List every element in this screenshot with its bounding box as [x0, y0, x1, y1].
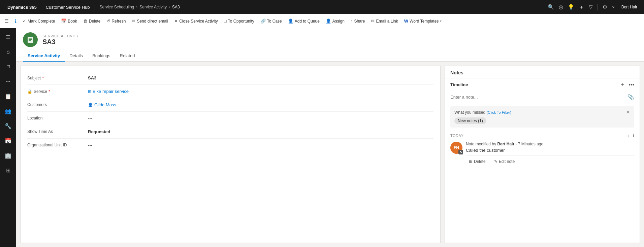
field-service: 🔒 Service * ⊞ Bike repair service: [27, 85, 433, 98]
timeline-note-text: Called the customer: [466, 148, 634, 153]
badge-symbol: ✎: [460, 151, 462, 154]
lightbulb-icon[interactable]: 💡: [568, 4, 574, 10]
svg-rect-3: [29, 40, 31, 41]
mark-complete-button[interactable]: ✓ Mark Complete: [20, 16, 58, 26]
note-input-field[interactable]: [450, 95, 627, 100]
send-direct-email-button[interactable]: ✉ Send direct email: [129, 16, 171, 26]
gear-icon[interactable]: ⚙: [603, 4, 607, 10]
sidebar-item-hierarchy[interactable]: 🏢: [1, 149, 15, 162]
refresh-label: Refresh: [111, 19, 126, 24]
sidebar-item-recent[interactable]: ⏱: [1, 60, 15, 73]
sidebar-item-more[interactable]: •••: [1, 75, 15, 88]
show-time-as-value[interactable]: Requested: [88, 129, 433, 134]
what-you-missed-section: What you missed (Click To Filter) ✕ New …: [450, 106, 634, 128]
help-icon[interactable]: ?: [612, 4, 614, 10]
avatar-badge: ✎: [458, 150, 463, 154]
tab-related[interactable]: Related: [115, 50, 140, 62]
content-area: Subject * SA3 🔒 Service * ⊞: [16, 62, 644, 247]
app-name[interactable]: Customer Service Hub: [41, 5, 95, 10]
author-name: Bert Hair: [497, 142, 514, 146]
email-a-link-button[interactable]: ✉ Email a Link: [368, 16, 400, 26]
timeline-avatar: FN ✎: [450, 142, 462, 154]
to-case-button[interactable]: 🔗 To Case: [258, 16, 285, 26]
delete-icon: 🗑: [83, 19, 88, 24]
sidebar-item-reports[interactable]: 📋: [1, 90, 15, 103]
field-show-time-as: Show Time As Requested: [27, 125, 433, 139]
svg-rect-2: [29, 39, 32, 40]
location-value[interactable]: ---: [88, 115, 433, 121]
location-label-text: Location: [27, 116, 42, 120]
plus-icon[interactable]: ＋: [579, 4, 584, 10]
subject-value[interactable]: SA3: [88, 75, 433, 80]
missed-header: What you missed (Click To Filter) ✕: [454, 109, 630, 115]
add-to-queue-button[interactable]: 👤 Add to Queue: [285, 16, 322, 26]
tab-service-activity[interactable]: Service Activity: [23, 50, 65, 62]
add-timeline-item-icon[interactable]: ＋: [620, 81, 625, 88]
service-link[interactable]: ⊞ Bike repair service: [88, 89, 433, 94]
info-icon[interactable]: ℹ: [633, 133, 635, 138]
target-icon[interactable]: ◎: [559, 4, 563, 10]
sidebar-item-contacts[interactable]: 👥: [1, 104, 15, 118]
book-button[interactable]: 📅 Book: [58, 16, 79, 26]
assign-button[interactable]: 👤 Assign: [323, 16, 347, 26]
to-opportunity-label: To Opportunity: [228, 19, 254, 24]
attach-icon[interactable]: 📎: [627, 94, 634, 100]
app-body: ☰ ⌂ ⏱ ••• 📋 👥 🔧 📅 🏢 ⊞: [0, 28, 644, 247]
refresh-icon: ↺: [106, 19, 110, 24]
new-notes-badge[interactable]: New notes (1): [454, 117, 486, 124]
missed-filter-link[interactable]: (Click To Filter): [487, 110, 511, 114]
timeline-date-label: TODAY ↓ ℹ: [450, 133, 634, 138]
info-btn[interactable]: ℹ: [12, 16, 19, 26]
tab-bookings[interactable]: Bookings: [88, 50, 115, 62]
main-content: Service Activity SA3 Service Activity De…: [16, 28, 644, 247]
sidebar-item-home[interactable]: ⌂: [1, 45, 15, 59]
timeline-content: TODAY ↓ ℹ FN ✎: [445, 130, 640, 243]
delete-entry-label: Delete: [474, 159, 486, 164]
sidebar-item-tools[interactable]: 🔧: [1, 119, 15, 133]
timeline-more-icon[interactable]: •••: [629, 82, 634, 88]
book-icon: 📅: [61, 19, 66, 24]
search-icon[interactable]: 🔍: [548, 4, 554, 10]
case-icon: 🔗: [260, 19, 266, 24]
filter-icon[interactable]: ▽: [589, 4, 593, 10]
tab-details[interactable]: Details: [65, 50, 88, 62]
word-templates-button[interactable]: W Word Templates ▾: [401, 16, 445, 26]
breadcrumb-sep-1: ›: [136, 5, 137, 9]
entity-type-label: Service Activity: [42, 34, 79, 38]
download-icon[interactable]: ↓: [627, 133, 630, 138]
dynamics-brand[interactable]: Dynamics 365: [3, 5, 41, 10]
delete-entry-button[interactable]: 🗑 Delete: [466, 158, 488, 165]
meta-text: Note modified by: [466, 142, 496, 146]
close-icon: ✕: [174, 19, 178, 24]
lock-icon: 🔒: [27, 89, 32, 94]
customers-link[interactable]: 👤 Gilda Moss: [88, 102, 433, 107]
share-button[interactable]: ↑ Share: [348, 16, 368, 26]
close-service-activity-button[interactable]: ✕ Close Service Activity: [171, 16, 221, 26]
notes-title: Notes: [450, 70, 463, 75]
breadcrumb-service-activity[interactable]: Service Activity: [139, 5, 167, 9]
top-navigation: Dynamics 365 Customer Service Hub Servic…: [0, 0, 644, 14]
edit-note-button[interactable]: ✎ Edit note: [491, 158, 517, 165]
to-opportunity-button[interactable]: □ To Opportunity: [221, 16, 257, 26]
breadcrumb-service-scheduling[interactable]: Service Scheduling: [100, 5, 134, 9]
svg-rect-1: [29, 38, 32, 39]
timeline-header-actions: ＋ •••: [620, 81, 634, 88]
delete-label: Delete: [89, 19, 101, 24]
org-unit-value[interactable]: ---: [88, 142, 433, 148]
email-link-icon: ✉: [371, 19, 375, 24]
user-name[interactable]: Bert Hair: [618, 5, 641, 9]
opportunity-icon: □: [224, 19, 227, 24]
refresh-button[interactable]: ↺ Refresh: [104, 16, 128, 26]
left-sidebar: ☰ ⌂ ⏱ ••• 📋 👥 🔧 📅 🏢 ⊞: [0, 28, 16, 247]
missed-close-btn[interactable]: ✕: [626, 109, 630, 115]
service-label: 🔒 Service *: [27, 88, 88, 94]
sidebar-item-calendar[interactable]: 📅: [1, 134, 15, 147]
top-nav-icons: 🔍 ◎ 💡 ＋ ▽ ⚙ ?: [544, 4, 618, 10]
service-label-text: Service: [34, 89, 47, 94]
sidebar-item-menu[interactable]: ☰: [1, 30, 15, 44]
delete-button[interactable]: 🗑 Delete: [80, 16, 103, 26]
mark-complete-label: Mark Complete: [28, 19, 55, 24]
sidebar-toggle-btn[interactable]: ☰: [2, 16, 11, 26]
sidebar-item-gallery[interactable]: ⊞: [1, 164, 15, 177]
customers-label-text: Customers: [27, 102, 47, 107]
